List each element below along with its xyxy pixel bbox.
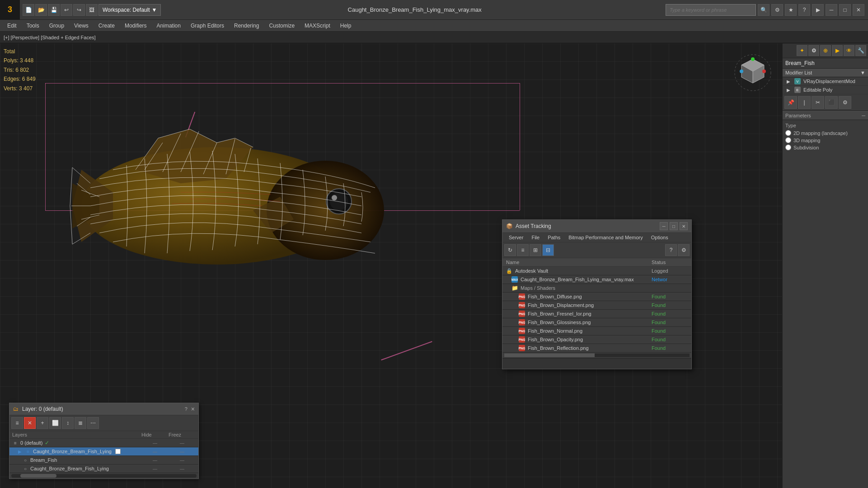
layer-add-button[interactable]: + (37, 417, 48, 429)
layer-more-button[interactable]: ⋯ (87, 417, 99, 429)
asset-row[interactable]: 🔒 Autodesk Vault Logged (502, 267, 691, 275)
layer-row-name: ○ Caught_Bronze_Bream_Fish_Lying (12, 465, 141, 472)
menu-create[interactable]: Create (94, 21, 119, 31)
modifier-entry[interactable]: ▶ E Editable Poly (783, 86, 868, 94)
asset-scrollbar[interactable] (504, 353, 690, 357)
asset-row[interactable]: PNG Fish_Brown_Reflection.png Found (502, 344, 691, 353)
asset-tb-settings-button[interactable]: ⚙ (678, 244, 690, 256)
rp-motion-icon[interactable]: ▶ (832, 45, 843, 56)
asset-row[interactable]: PNG Fish_Brown_Glossiness.png Found (502, 318, 691, 327)
asset-menu-paths[interactable]: Paths (544, 234, 564, 241)
search-button[interactable]: 🔍 (758, 4, 769, 16)
show-result-button[interactable]: | (798, 96, 811, 109)
asset-tb-refresh-button[interactable]: ↻ (504, 244, 516, 256)
asset-maximize-button[interactable]: □ (670, 222, 678, 230)
parameters-collapse-button[interactable]: ─ (862, 113, 865, 118)
maximize-button[interactable]: □ (839, 4, 851, 16)
bookmark-button[interactable]: ★ (785, 4, 797, 16)
menu-tools[interactable]: Tools (22, 21, 44, 31)
menu-views[interactable]: Views (70, 21, 93, 31)
menu-modifiers[interactable]: Modifiers (120, 21, 151, 31)
parameters-section-title: Parameters ─ (783, 111, 868, 120)
menu-graph-editors[interactable]: Graph Editors (186, 21, 229, 31)
layer-delete-button[interactable]: ✕ (24, 417, 36, 429)
rp-hierarchy-icon[interactable]: ⊕ (820, 45, 831, 56)
rp-create-icon[interactable]: ✦ (797, 45, 807, 56)
radio-2d-label: 2D mapping (landscape) (793, 130, 848, 136)
object-name-field[interactable]: Bream_Fish (783, 58, 868, 69)
menu-rendering[interactable]: Rendering (230, 21, 263, 31)
edges-label: Edges: (4, 76, 20, 82)
close-search-button[interactable]: ▶ (812, 4, 824, 16)
menu-edit[interactable]: Edit (3, 21, 21, 31)
render-setup-button[interactable]: 🖼 (86, 4, 98, 16)
search-input[interactable] (666, 4, 756, 16)
help-button[interactable]: ? (798, 4, 810, 16)
asset-tracking-window: 📦 Asset Tracking ─ □ ✕ Server File Paths… (502, 219, 692, 369)
pin-stack-button[interactable]: 📌 (784, 96, 797, 109)
layer-row[interactable]: ▶ ≡ Caught_Bronze_Bream_Fish_Lying — — (9, 447, 198, 456)
asset-tb-grid-button[interactable]: ⊞ (530, 244, 541, 256)
rp-modify-icon[interactable]: ⚙ (808, 45, 819, 56)
redo-button[interactable]: ↪ (73, 4, 85, 16)
asset-tb-help-button[interactable]: ? (665, 244, 677, 256)
search-options-button[interactable]: ⚙ (771, 4, 783, 16)
layer-select-button[interactable]: ⬜ (49, 417, 61, 429)
rp-display-icon[interactable]: 👁 (844, 45, 854, 56)
layer-row[interactable]: ○ Caught_Bronze_Bream_Fish_Lying — — (9, 465, 198, 473)
radio-subdivision[interactable]: Subdivision (785, 144, 865, 150)
svg-point-15 (751, 57, 755, 61)
asset-row[interactable]: PNG Fish_Brown_Normal.png Found (502, 327, 691, 335)
menu-maxscript[interactable]: MAXScript (300, 21, 335, 31)
menu-customize[interactable]: Customize (264, 21, 299, 31)
asset-menu-file[interactable]: File (528, 234, 543, 241)
minimize-button[interactable]: ─ (826, 4, 837, 16)
asset-tb-table-button[interactable]: ⊟ (542, 244, 554, 256)
layer-options-button[interactable]: ≣ (75, 417, 86, 429)
polys-label: Polys: (4, 57, 19, 64)
layer-row[interactable]: ≡ 0 (default) ✓ — — (9, 439, 198, 447)
close-button[interactable]: ✕ (853, 4, 864, 16)
asset-row[interactable]: 📁 Maps / Shaders (502, 284, 691, 293)
remove-modifier-button[interactable]: ⬛ (825, 96, 838, 109)
asset-menu-options[interactable]: Options (647, 234, 672, 241)
workspace-dropdown[interactable]: Workspace: Default ▼ (99, 4, 161, 16)
new-file-button[interactable]: 📄 (23, 4, 34, 16)
asset-row[interactable]: PNG Fish_Brown_Displacment.png Found (502, 301, 691, 310)
layer-panel-close-button[interactable]: × (191, 405, 195, 413)
viewport-gizmo[interactable] (732, 52, 773, 93)
layer-panel-scrollbar[interactable] (11, 474, 197, 478)
viewport[interactable]: Total Polys: 3 448 Tris: 6 802 Edges: 6 … (0, 43, 782, 488)
asset-menu-bitmap[interactable]: Bitmap Performance and Memory (565, 234, 646, 241)
menu-help[interactable]: Help (336, 21, 356, 31)
layer-panel-help-button[interactable]: ? (185, 406, 188, 412)
configure-modifier-button[interactable]: ⚙ (839, 96, 851, 109)
layer-show-all-button[interactable]: ≡ (11, 417, 23, 429)
layer-move-button[interactable]: ↕ (62, 417, 74, 429)
asset-name-label: Autodesk Vault (515, 268, 548, 274)
menu-group[interactable]: Group (45, 21, 69, 31)
make-unique-button[interactable]: ✂ (812, 96, 824, 109)
save-file-button[interactable]: 💾 (48, 4, 60, 16)
asset-minimize-button[interactable]: ─ (660, 222, 668, 230)
asset-row[interactable]: PNG Fish_Brown_Diffuse.png Found (502, 293, 691, 301)
radio-3d-mapping[interactable]: 3D mapping (785, 137, 865, 143)
layer-color-swatch[interactable] (115, 449, 121, 454)
layer-row[interactable]: ○ Bream_Fish — — (9, 456, 198, 465)
right-panel-tab-icons: ✦ ⚙ ⊕ ▶ 👁 🔧 (783, 43, 868, 58)
asset-row[interactable]: PNG Fish_Brown_Fresnel_Ior.png Found (502, 310, 691, 318)
asset-menu-server[interactable]: Server (505, 234, 527, 241)
radio-2d-mapping[interactable]: 2D mapping (landscape) (785, 130, 865, 136)
asset-row[interactable]: MAX Caught_Bronze_Bream_Fish_Lying_max_v… (502, 275, 691, 284)
rp-utilities-icon[interactable]: 🔧 (855, 45, 866, 56)
modifier-entry[interactable]: ▶ V VRayDisplacementMod (783, 77, 868, 86)
modifier-list-dropdown[interactable]: Modifier List ▼ (783, 69, 868, 77)
main-layout: Total Polys: 3 448 Tris: 6 802 Edges: 6 … (0, 43, 868, 488)
undo-button[interactable]: ↩ (61, 4, 72, 16)
open-file-button[interactable]: 📂 (35, 4, 47, 16)
asset-tb-list-button[interactable]: ≡ (517, 244, 529, 256)
asset-row[interactable]: PNG Fish_Brown_Opacity.png Found (502, 335, 691, 344)
stats-overlay: Total Polys: 3 448 Tris: 6 802 Edges: 6 … (4, 47, 36, 93)
menu-animation[interactable]: Animation (152, 21, 185, 31)
asset-close-button[interactable]: ✕ (680, 222, 688, 230)
